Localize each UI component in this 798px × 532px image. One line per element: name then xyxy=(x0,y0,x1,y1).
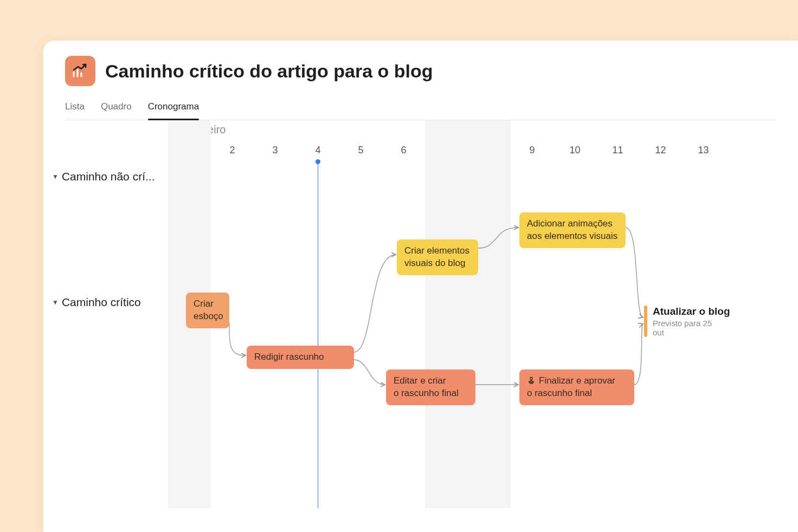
weekend-band xyxy=(425,120,511,508)
chart-growth-icon xyxy=(72,62,89,80)
milestone-title: Atualizar o blog xyxy=(653,306,730,317)
app-window: Caminho crítico do artigo para o blog Li… xyxy=(43,41,798,532)
day-header: 13 xyxy=(682,139,725,161)
section-critical[interactable]: ▼ Caminho crítico xyxy=(43,296,141,309)
task-finalizar-rascunho[interactable]: Finalizar e aprovar o rascunho final xyxy=(519,369,634,405)
section-label: Caminho não crí... xyxy=(62,170,155,183)
milestone-text: Atualizar o blog Previsto para 25 out xyxy=(653,306,730,337)
timeline-body[interactable]: ▼ Caminho não crí... ▼ Caminho crítico C… xyxy=(43,161,798,508)
day-header: 9 xyxy=(511,139,554,161)
day-header: 4 xyxy=(297,139,339,161)
tab-quadro[interactable]: Quadro xyxy=(101,96,132,120)
task-adicionar-animacoes[interactable]: Adicionar animações aos elementos visuai… xyxy=(519,212,626,248)
day-header: 3 xyxy=(254,139,297,161)
task-label: Finalizar e aprovar o rascunho final xyxy=(527,375,615,398)
task-redigir-rascunho[interactable]: Redigir rascunho xyxy=(247,346,354,369)
today-dot-icon xyxy=(316,159,320,164)
section-label: Caminho crítico xyxy=(62,296,141,309)
day-header: 2 xyxy=(211,139,254,161)
section-noncritical[interactable]: ▼ Caminho não crí... xyxy=(43,170,155,183)
day-header: 11 xyxy=(596,139,639,161)
milestone-subtitle: Previsto para 25 out xyxy=(653,319,718,337)
milestone-atualizar-blog[interactable]: Atualizar o blog Previsto para 25 out xyxy=(644,306,730,337)
milestone-bar xyxy=(644,306,647,337)
month-row: Fevereiro xyxy=(43,120,798,139)
day-header: 5 xyxy=(339,139,382,161)
task-criar-esboco[interactable]: Criar esboço xyxy=(186,293,229,328)
page-title: Caminho crítico do artigo para o blog xyxy=(105,61,433,82)
header: Caminho crítico do artigo para o blog Li… xyxy=(43,41,798,120)
chevron-down-icon: ▼ xyxy=(52,299,59,306)
tab-lista[interactable]: Lista xyxy=(65,96,85,120)
tab-cronograma[interactable]: Cronograma xyxy=(148,96,200,120)
tabs: Lista Quadro Cronograma xyxy=(65,96,776,120)
day-header: 6 xyxy=(382,139,425,161)
day-header-row: 1 2 3 4 5 6 7 8 9 10 11 12 13 xyxy=(43,139,798,161)
task-criar-elementos[interactable]: Criar elementos visuais do blog xyxy=(397,239,478,275)
title-row: Caminho crítico do artigo para o blog xyxy=(65,56,776,86)
chevron-down-icon: ▼ xyxy=(52,173,59,180)
timeline: Fevereiro 1 2 3 4 5 6 7 8 9 10 11 12 13 xyxy=(43,120,798,530)
project-icon xyxy=(65,56,95,86)
day-header: 10 xyxy=(554,139,596,161)
stamp-icon xyxy=(527,376,536,385)
task-editar-rascunho[interactable]: Editar e criar o rascunho final xyxy=(386,369,475,405)
day-header: 12 xyxy=(639,139,682,161)
today-indicator xyxy=(318,161,318,508)
